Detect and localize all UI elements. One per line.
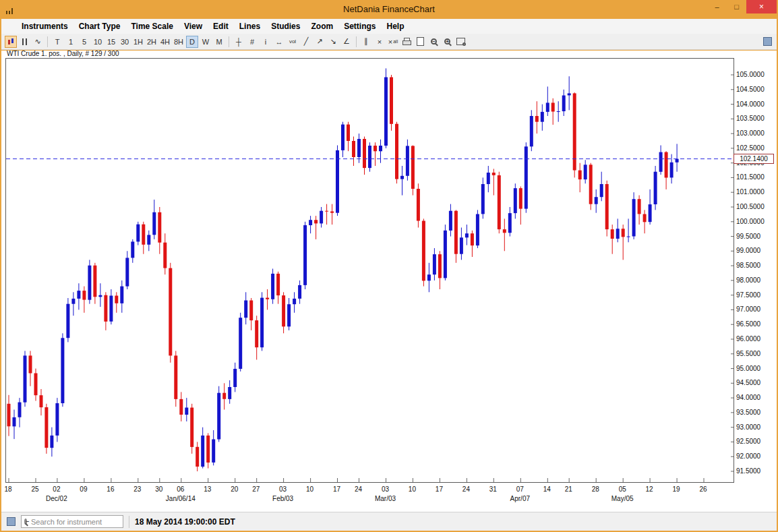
minimize-button[interactable]: –: [707, 0, 727, 13]
candle-body: [347, 125, 350, 141]
x-axis-month-label: Jan/06/14: [166, 495, 196, 502]
y-axis-label: 104.0000: [736, 100, 765, 108]
x-axis-label: 13: [204, 485, 211, 493]
candle-body: [88, 266, 91, 300]
x-axis-label: 25: [31, 485, 38, 493]
delete-line-icon[interactable]: ×: [373, 36, 386, 48]
print-icon: [402, 38, 411, 45]
candle-body: [222, 393, 226, 399]
y-axis-label: 98.0000: [736, 276, 760, 284]
candle-body: [643, 214, 647, 223]
panel-toggle-icon[interactable]: [761, 36, 773, 48]
candle-body: [384, 78, 388, 146]
candlestick-chart[interactable]: [6, 59, 734, 482]
candle-body: [557, 111, 560, 112]
angle-line-icon[interactable]: ∠: [340, 36, 353, 48]
delete-all-lines-icon[interactable]: ×all: [387, 36, 399, 48]
zoom-box-icon[interactable]: [454, 36, 467, 48]
toolbar: ∿T151015301H2H4H8HDWM┼#i↔vol╱↗↘∠∥××all: [1, 34, 777, 50]
candle-body: [417, 189, 420, 221]
candle-body: [77, 291, 80, 299]
search-input[interactable]: [30, 517, 128, 527]
candle-body: [233, 369, 237, 387]
y-axis-label: 101.0000: [736, 188, 765, 196]
timeframe-15min[interactable]: 15: [105, 36, 117, 48]
y-axis-label: 98.5000: [736, 262, 760, 269]
candle-body: [649, 204, 652, 222]
print-icon[interactable]: [400, 36, 413, 48]
chart-type-bar-icon[interactable]: [18, 36, 30, 48]
x-axis-month-label: Apr/07: [510, 495, 530, 502]
volume-icon[interactable]: vol: [287, 36, 299, 48]
timeframe-weekly[interactable]: W: [200, 36, 212, 48]
menu-help[interactable]: Help: [381, 20, 409, 33]
trend-arrow-up-icon[interactable]: ↗: [313, 36, 326, 48]
workspace-panel-icon[interactable]: [7, 517, 16, 526]
timeframe-10min[interactable]: 10: [92, 36, 104, 48]
menu-time-scale[interactable]: Time Scale: [125, 20, 178, 33]
menu-instruments[interactable]: Instruments: [16, 20, 73, 33]
print-preview-icon[interactable]: [414, 36, 426, 48]
zoom-in-icon[interactable]: [441, 36, 453, 48]
instrument-label: WTI Crude 1. pos. , Daily, # 129 / 300: [7, 50, 119, 57]
candle-body: [654, 172, 657, 204]
candle-body: [584, 165, 587, 179]
candle-body: [406, 146, 409, 175]
timeframe-1min[interactable]: 1: [65, 36, 77, 48]
zoom-out-icon[interactable]: [427, 36, 440, 48]
menu-lines[interactable]: Lines: [234, 20, 266, 33]
candle-body: [293, 299, 296, 304]
timeframe-tick[interactable]: T: [51, 36, 63, 48]
chart-type-candlestick-icon[interactable]: [5, 36, 17, 48]
timeframe-daily[interactable]: D: [186, 36, 198, 48]
parallel-lines-icon[interactable]: ∥: [360, 36, 372, 48]
menu-settings[interactable]: Settings: [338, 20, 381, 33]
candle-body: [498, 175, 501, 229]
x-axis-label: 20: [231, 485, 238, 493]
timeframe-2h[interactable]: 2H: [146, 36, 158, 48]
x-axis-label: 21: [565, 485, 572, 493]
candle-body: [325, 211, 328, 212]
grid-icon[interactable]: #: [246, 36, 258, 48]
menu-studies[interactable]: Studies: [266, 20, 305, 33]
info-icon[interactable]: i: [260, 36, 272, 48]
trend-arrow-down-icon[interactable]: ↘: [327, 36, 339, 48]
candle-body: [541, 112, 544, 122]
crosshair-icon[interactable]: ┼: [233, 36, 245, 48]
menu-chart-type[interactable]: Chart Type: [73, 20, 126, 33]
candle-body: [44, 407, 48, 448]
horizontal-scroll-icon[interactable]: ↔: [273, 36, 285, 48]
timeframe-8h[interactable]: 8H: [173, 36, 185, 48]
chart-type-candlestick-icon: [7, 38, 15, 46]
chart-type-line-icon[interactable]: ∿: [32, 36, 44, 48]
instrument-search-box: [21, 515, 123, 528]
timeframe-5min[interactable]: 5: [78, 36, 90, 48]
chart-plot-area[interactable]: [5, 58, 734, 483]
timeframe-4h[interactable]: 4H: [159, 36, 171, 48]
y-axis-label: 101.5000: [736, 173, 765, 181]
x-axis-month-label: Feb/03: [272, 495, 293, 502]
panel-toggle-icon: [763, 37, 772, 46]
chart-type-bar-icon: [20, 38, 28, 46]
candle-body: [551, 102, 555, 111]
candle-body: [622, 229, 625, 237]
timeframe-1h[interactable]: 1H: [132, 36, 144, 48]
y-axis-label: 93.5000: [736, 409, 760, 416]
trend-line-icon[interactable]: ╱: [300, 36, 312, 48]
x-axis-label: 24: [355, 485, 362, 493]
menu-view[interactable]: View: [179, 20, 208, 33]
y-axis-label: 92.5000: [736, 438, 760, 445]
menu-zoom[interactable]: Zoom: [305, 20, 338, 33]
menu-edit[interactable]: Edit: [208, 20, 234, 33]
candle-body: [282, 295, 285, 326]
close-button[interactable]: ×: [746, 0, 777, 13]
maximize-button[interactable]: □: [727, 0, 746, 13]
toolbar-right: [760, 36, 774, 48]
timeframe-30min[interactable]: 30: [119, 36, 131, 48]
chart-timestamp: 18 May 2014 19:00:00 EDT: [135, 517, 235, 527]
candle-body: [605, 184, 609, 229]
timeframe-monthly[interactable]: M: [213, 36, 225, 48]
candle-body: [465, 233, 469, 237]
candle-body: [379, 146, 382, 151]
y-axis-label: 105.0000: [736, 71, 765, 78]
